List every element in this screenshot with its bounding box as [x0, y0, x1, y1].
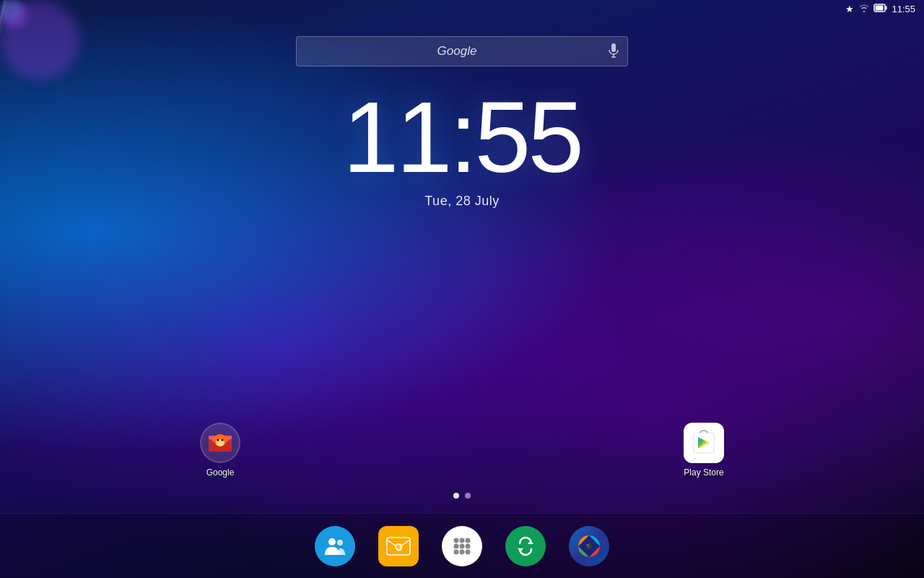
status-bar: ★ 11:55 — [845, 0, 924, 17]
svg-point-27 — [460, 543, 465, 548]
svg-point-14 — [222, 439, 224, 441]
svg-point-32 — [515, 536, 536, 556]
status-time: 11:55 — [892, 4, 915, 14]
svg-point-19 — [337, 540, 343, 545]
google-icon-label: Google — [206, 467, 235, 478]
page-indicators — [453, 493, 471, 499]
clock-date: Tue, 28 July — [343, 194, 581, 209]
svg-rect-3 — [611, 43, 616, 52]
svg-point-25 — [466, 538, 471, 543]
dock-transfer-icon[interactable] — [505, 526, 546, 566]
svg-text:@: @ — [396, 544, 403, 551]
svg-point-23 — [454, 538, 459, 543]
svg-point-26 — [454, 543, 459, 548]
dock-apps-icon[interactable] — [442, 526, 482, 566]
svg-rect-2 — [886, 7, 887, 10]
svg-point-28 — [466, 543, 471, 548]
play-store-icon-image — [684, 423, 724, 463]
dock: @ — [0, 513, 924, 578]
star-icon: ★ — [845, 4, 854, 14]
page-dot-1[interactable] — [453, 493, 459, 499]
svg-rect-1 — [876, 6, 884, 11]
svg-point-13 — [217, 439, 219, 441]
svg-point-18 — [328, 538, 336, 545]
mic-icon[interactable] — [609, 43, 619, 60]
clock-widget: 11:55 Tue, 28 July — [343, 87, 581, 209]
dock-email-icon[interactable]: @ — [378, 526, 419, 566]
wifi-icon — [858, 2, 870, 15]
google-icon-image — [200, 423, 240, 463]
google-app-icon[interactable]: Google — [191, 423, 249, 478]
svg-point-30 — [460, 549, 465, 554]
dock-camera-icon[interactable] — [569, 526, 609, 566]
svg-point-29 — [454, 549, 459, 554]
battery-icon — [874, 2, 887, 15]
clock-time: 11:55 — [343, 87, 581, 188]
play-store-app-icon[interactable]: Play Store — [675, 423, 733, 478]
dock-people-icon[interactable] — [315, 526, 355, 566]
google-logo: Google — [305, 44, 609, 59]
svg-point-24 — [460, 538, 465, 543]
play-store-icon-label: Play Store — [684, 467, 723, 478]
svg-point-31 — [466, 549, 471, 554]
search-bar[interactable]: Google — [296, 36, 628, 66]
svg-point-39 — [587, 544, 588, 545]
page-dot-2[interactable] — [465, 493, 471, 499]
